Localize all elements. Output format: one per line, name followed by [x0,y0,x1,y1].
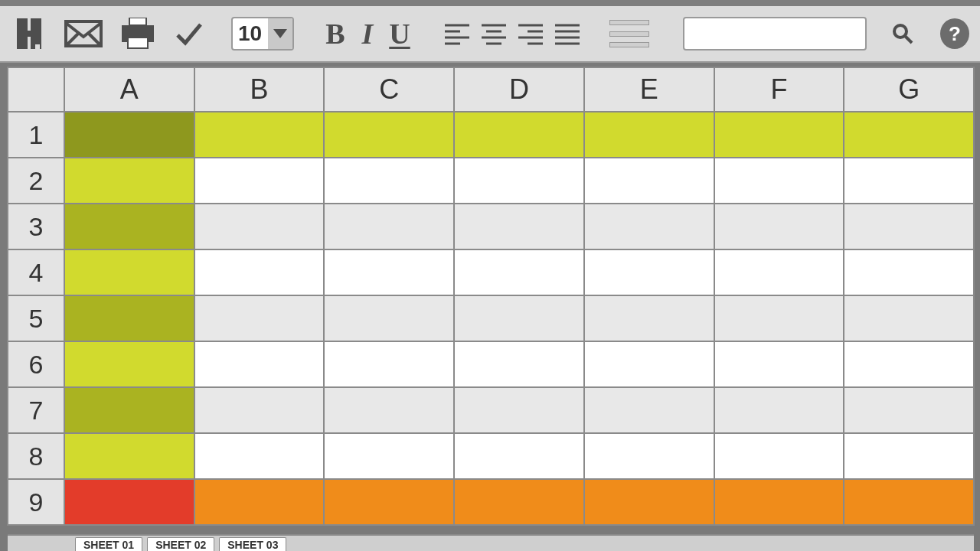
cell-B9[interactable] [194,478,325,526]
row-header-9[interactable]: 9 [7,478,65,526]
cell-B7[interactable] [194,386,325,434]
cell-D7[interactable] [453,386,585,434]
cell-G4[interactable] [843,249,975,296]
cell-F2[interactable] [714,157,845,204]
cell-E6[interactable] [583,341,715,388]
column-header-A[interactable]: A [64,67,195,112]
sheet-tab-3[interactable]: SHEET 03 [219,537,286,551]
row-header-3[interactable]: 3 [7,203,65,250]
cell-A1[interactable] [64,111,195,158]
cell-D8[interactable] [453,432,585,480]
cell-G9[interactable] [843,478,975,526]
cell-A3[interactable] [64,203,195,250]
column-header-F[interactable]: F [714,67,845,112]
cell-E3[interactable] [583,203,715,250]
cell-C7[interactable] [323,386,455,434]
row-header-8[interactable]: 8 [7,432,65,480]
cell-G2[interactable] [843,157,975,204]
font-size-select[interactable]: 10 [231,17,294,51]
cell-E8[interactable] [583,432,715,480]
cell-E9[interactable] [583,478,715,526]
row-header-6[interactable]: 6 [7,341,65,388]
print-button[interactable] [119,15,156,53]
cell-F3[interactable] [714,203,845,250]
bold-button[interactable]: B [320,15,351,52]
italic-button[interactable]: I [352,15,383,52]
chevron-down-icon[interactable] [268,18,292,49]
cell-G1[interactable] [843,111,975,158]
cell-G8[interactable] [843,432,975,480]
cell-G6[interactable] [843,341,975,388]
align-center-button[interactable] [476,16,511,51]
column-header-C[interactable]: C [323,67,455,112]
row-header-1[interactable]: 1 [7,111,65,158]
column-header-D[interactable]: D [453,67,585,112]
underline-button[interactable]: U [384,15,415,52]
cell-F6[interactable] [714,341,845,388]
cell-A7[interactable] [64,386,195,434]
cell-B6[interactable] [194,341,325,388]
cell-F8[interactable] [714,432,845,480]
column-header-E[interactable]: E [583,67,715,112]
cell-C8[interactable] [323,432,455,480]
cell-C5[interactable] [323,295,455,342]
save-button[interactable] [11,15,47,53]
cell-B2[interactable] [194,157,325,204]
search-button[interactable] [888,6,917,61]
sheet-tab-1[interactable]: SHEET 01 [75,537,142,551]
cell-A4[interactable] [64,249,195,296]
cell-E1[interactable] [583,111,715,158]
cell-F9[interactable] [714,478,845,526]
cell-E5[interactable] [583,295,715,342]
align-right-button[interactable] [513,16,548,51]
cell-D1[interactable] [453,111,585,158]
cell-F1[interactable] [714,111,845,158]
cell-B8[interactable] [194,432,325,480]
cell-D5[interactable] [453,295,585,342]
cell-G7[interactable] [843,386,975,434]
cell-D9[interactable] [453,478,585,526]
cell-B1[interactable] [194,111,325,158]
cell-A5[interactable] [64,295,195,342]
cell-E2[interactable] [583,157,715,204]
cell-A6[interactable] [64,341,195,388]
cell-C4[interactable] [323,249,455,296]
cell-D2[interactable] [453,157,585,204]
cell-A8[interactable] [64,432,195,480]
cell-A2[interactable] [64,157,195,204]
mail-button[interactable] [64,15,103,53]
cell-A9[interactable] [64,478,195,526]
cell-E4[interactable] [583,249,715,296]
cell-F5[interactable] [714,295,845,342]
search-input[interactable] [684,26,874,42]
row-header-5[interactable]: 5 [7,295,65,342]
cell-E7[interactable] [583,386,715,434]
column-header-G[interactable]: G [843,67,975,112]
cell-F4[interactable] [714,249,845,296]
column-header-B[interactable]: B [194,67,325,112]
cell-C1[interactable] [323,111,455,158]
cell-D3[interactable] [453,203,585,250]
align-left-button[interactable] [439,16,475,51]
row-header-4[interactable]: 4 [7,249,65,296]
cell-C9[interactable] [323,478,455,526]
cell-F7[interactable] [714,386,845,434]
cell-C2[interactable] [323,157,455,204]
cell-D4[interactable] [453,249,585,296]
row-header-2[interactable]: 2 [7,157,65,204]
cell-G5[interactable] [843,295,975,342]
confirm-button[interactable] [173,15,204,53]
help-button[interactable]: ? [940,18,969,49]
cell-D6[interactable] [453,341,585,388]
select-all-corner[interactable] [7,67,65,112]
row-header-7[interactable]: 7 [7,386,65,434]
cell-B4[interactable] [194,249,325,296]
cell-C3[interactable] [323,203,455,250]
cell-C6[interactable] [323,341,455,388]
cell-B3[interactable] [194,203,325,250]
cell-fill-button[interactable] [609,20,649,47]
cell-B5[interactable] [194,295,325,342]
align-justify-button[interactable] [550,16,585,51]
cell-G3[interactable] [843,203,975,250]
sheet-tab-2[interactable]: SHEET 02 [147,537,214,551]
